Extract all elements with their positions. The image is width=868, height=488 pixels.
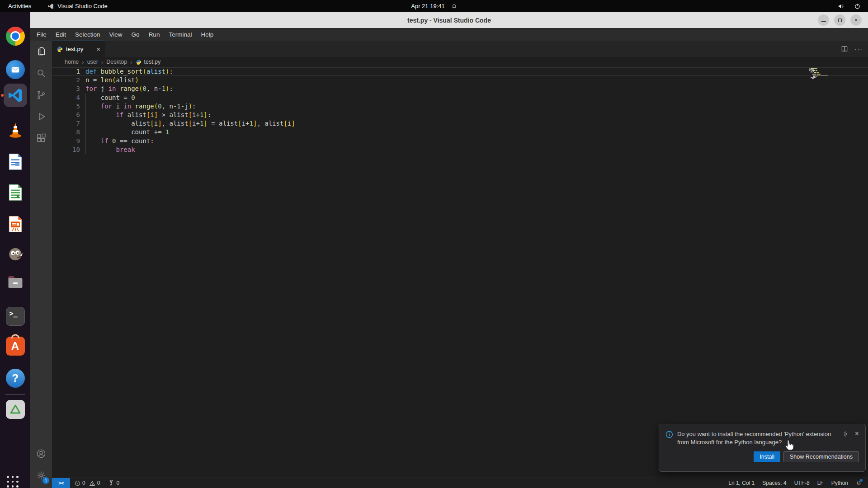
tab-close-icon[interactable]: × <box>96 46 100 52</box>
code-line[interactable]: 7 alist[i], alist[i+1] = alist[i+1], ali… <box>52 119 868 128</box>
ubuntu-software-icon[interactable]: A <box>5 336 25 356</box>
menu-help[interactable]: Help <box>197 30 217 39</box>
show-recommendations-button[interactable]: Show Recommendations <box>783 451 859 462</box>
tab-test-py[interactable]: test.py × <box>52 41 105 57</box>
line-number: 2 <box>52 76 80 84</box>
gnome-top-bar: Activities Visual Studio Code Apr 21 19:… <box>0 0 868 12</box>
terminal-icon[interactable]: >_ <box>5 306 25 326</box>
notification-toast: Do you want to install the recommended '… <box>659 424 866 472</box>
run-and-debug-icon[interactable] <box>30 106 52 127</box>
notification-message: Do you want to install the recommended '… <box>677 430 838 446</box>
software-updater-icon[interactable] <box>5 399 25 419</box>
chrome-icon[interactable] <box>5 26 25 46</box>
code-line[interactable]: 3for j in range(0, n-1): <box>52 84 868 93</box>
tab-label: test.py <box>66 46 93 52</box>
python-icon <box>136 59 142 65</box>
line-number: 7 <box>52 119 80 128</box>
code-line[interactable]: 9 if 0 == count: <box>52 137 868 145</box>
window-titlebar[interactable]: test.py - Visual Studio Code × <box>30 12 868 28</box>
notification-dot <box>860 479 863 482</box>
error-icon <box>75 480 80 486</box>
menu-selection[interactable]: Selection <box>71 30 104 39</box>
settings-gear-icon[interactable]: 1 <box>30 465 52 486</box>
menu-go[interactable]: Go <box>128 30 143 39</box>
notification-settings-icon[interactable] <box>842 431 849 437</box>
line-number: 5 <box>52 102 80 111</box>
line-number: 3 <box>52 84 80 93</box>
gimp-icon[interactable] <box>5 243 25 263</box>
minimap-content <box>809 68 868 79</box>
line-number: 8 <box>52 128 80 136</box>
software-glyph: A <box>11 340 19 352</box>
breadcrumb-user[interactable]: user <box>87 59 98 65</box>
indentation[interactable]: Spaces: 4 <box>762 480 786 486</box>
running-indicator <box>1 94 4 97</box>
thunderbird-icon[interactable] <box>5 59 25 80</box>
problems-indicator[interactable]: 0 0 <box>75 480 100 486</box>
vlc-icon[interactable] <box>5 120 25 140</box>
notifications-bell-icon[interactable] <box>856 480 862 486</box>
breadcrumb-home[interactable]: home <box>65 59 79 65</box>
split-editor-icon[interactable] <box>841 45 848 52</box>
ports-indicator[interactable]: 0 <box>108 480 119 486</box>
line-number: 4 <box>52 94 80 102</box>
extensions-icon[interactable] <box>30 127 52 149</box>
activities-button[interactable]: Activities <box>8 3 31 9</box>
menu-terminal[interactable]: Terminal <box>165 30 195 39</box>
menu-view[interactable]: View <box>106 30 126 39</box>
minimize-button[interactable] <box>818 14 829 26</box>
code-line[interactable]: 5 for i in range(0, n-1-j): <box>52 102 868 111</box>
menu-bar: File Edit Selection View Go Run Terminal… <box>30 28 868 41</box>
python-icon <box>57 46 63 52</box>
code-line[interactable]: 10 break <box>52 145 868 154</box>
code-line[interactable]: 8 count += 1 <box>52 128 868 136</box>
tab-bar: test.py × ··· <box>52 41 868 57</box>
account-icon[interactable] <box>30 443 52 465</box>
libreoffice-calc-icon[interactable] <box>5 182 25 202</box>
warning-icon <box>89 480 95 486</box>
search-icon[interactable] <box>30 62 52 84</box>
window-title: test.py - Visual Studio Code <box>407 17 491 24</box>
explorer-icon[interactable] <box>30 41 52 62</box>
ubuntu-dock: >_ A ? <box>0 12 30 488</box>
breadcrumb-file[interactable]: test.py <box>136 59 161 65</box>
focused-app-indicator[interactable]: Visual Studio Code <box>47 3 107 9</box>
clock[interactable]: Apr 21 19:41 <box>411 3 444 9</box>
show-applications-button[interactable] <box>7 476 19 488</box>
menu-file[interactable]: File <box>33 30 50 39</box>
minimap[interactable] <box>809 68 868 80</box>
install-button[interactable]: Install <box>754 451 780 462</box>
encoding[interactable]: UTF-8 <box>794 480 810 486</box>
radio-tower-icon <box>108 480 114 486</box>
code-line[interactable]: 4 count = 0 <box>52 94 868 102</box>
help-icon[interactable]: ? <box>5 368 25 388</box>
code-line[interactable]: 1def bubble_sort(alist): <box>52 67 868 76</box>
code-editor[interactable]: 1def bubble_sort(alist):2n = len(alist)3… <box>52 67 868 478</box>
line-number: 1 <box>52 67 80 76</box>
files-icon[interactable] <box>5 272 25 292</box>
menu-edit[interactable]: Edit <box>52 30 70 39</box>
source-control-icon[interactable] <box>30 84 52 106</box>
libreoffice-writer-icon[interactable] <box>5 151 25 172</box>
notification-close-icon[interactable]: × <box>855 430 859 437</box>
libreoffice-impress-icon[interactable] <box>5 214 25 234</box>
restore-button[interactable] <box>834 14 845 26</box>
line-number: 10 <box>52 145 80 154</box>
cursor-position[interactable]: Ln 1, Col 1 <box>728 480 755 486</box>
more-actions-icon[interactable]: ··· <box>854 45 863 53</box>
remote-indicator[interactable]: >< <box>52 478 70 488</box>
code-line[interactable]: 2n = len(alist) <box>52 76 868 84</box>
eol-sequence[interactable]: LF <box>817 480 824 486</box>
dock-separator <box>5 394 25 395</box>
settings-badge: 1 <box>42 477 49 484</box>
vscode-dock-icon[interactable] <box>4 84 27 107</box>
power-icon[interactable] <box>854 3 861 9</box>
notification-bell-icon <box>451 3 457 9</box>
menu-run[interactable]: Run <box>145 30 164 39</box>
language-mode[interactable]: Python <box>831 480 848 486</box>
volume-icon[interactable] <box>838 3 845 10</box>
breadcrumb-desktop[interactable]: Desktop <box>106 59 127 65</box>
vscode-window: test.py - Visual Studio Code × File Edit… <box>30 12 868 488</box>
code-line[interactable]: 6 if alist[i] > alist[i+1]: <box>52 111 868 119</box>
close-button[interactable]: × <box>850 14 862 26</box>
